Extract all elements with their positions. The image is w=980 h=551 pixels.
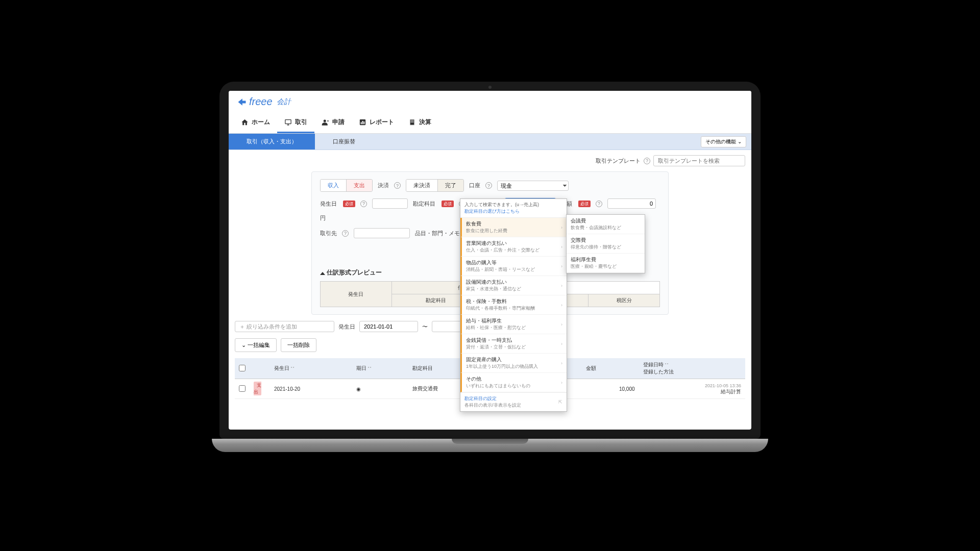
help-icon[interactable]: ? <box>644 158 650 164</box>
help-icon[interactable]: ? <box>394 182 401 189</box>
help-icon[interactable]: ? <box>485 182 492 189</box>
sub-nav: 取引（収入・支出） 口座振替 その他の機能 ⌄ <box>229 134 751 150</box>
chevron-right-icon: › <box>561 303 562 308</box>
completed-toggle[interactable]: 完了 <box>438 180 463 191</box>
chevron-right-icon: › <box>561 380 562 385</box>
chevron-right-icon: › <box>561 361 562 366</box>
submenu-item[interactable]: 交際費得意先の接待・贈答など <box>567 234 645 254</box>
income-expense-toggle: 収入 支出 <box>320 179 373 192</box>
partner-input[interactable] <box>354 228 410 238</box>
nav-requests[interactable]: 申請 <box>314 113 352 133</box>
amount-input[interactable] <box>607 198 656 209</box>
filter-add-input[interactable] <box>235 321 334 332</box>
svg-rect-0 <box>285 120 291 124</box>
monitor-icon <box>284 118 292 126</box>
filter-date-from[interactable] <box>359 321 418 332</box>
select-all-checkbox[interactable] <box>239 365 246 371</box>
logo-brand: freee <box>249 96 273 108</box>
dropdown-item[interactable]: その他いずれにもあてはまらないもの› <box>460 373 567 392</box>
chevron-right-icon: › <box>561 225 562 230</box>
chevron-right-icon: › <box>561 341 562 346</box>
logo-icon <box>237 97 247 107</box>
chevron-right-icon: › <box>561 283 562 288</box>
date-input[interactable] <box>372 198 408 209</box>
dropdown-item[interactable]: 設備関連の支払い家賃・水道光熱・通信など› <box>460 276 567 295</box>
svg-point-1 <box>324 120 326 122</box>
bulk-edit-button[interactable]: ⌄一括編集 <box>235 338 277 352</box>
income-toggle[interactable]: 収入 <box>321 180 347 191</box>
template-search-row: 取引テンプレート ? <box>235 155 745 166</box>
svg-rect-4 <box>362 121 363 124</box>
transaction-form: 収入 支出 決済 ? 未決済 完了 口座 ? 現金 <box>311 171 669 315</box>
expense-badge: 支出 <box>254 382 261 395</box>
dropdown-item[interactable]: 金銭貸借・一時支払貸付・返済・立替・仮払など› <box>460 334 567 354</box>
circle-icon: ◉ <box>356 386 361 392</box>
home-icon <box>241 118 249 126</box>
main-nav: ホーム 取引 申請 レポート 決算 <box>229 113 751 134</box>
subnav-transfer[interactable]: 口座振替 <box>315 134 373 149</box>
category-dropdown: 入力して検索できます。(u→売上高) 勘定科目の選び方はこちら 飲食費飲食に使用… <box>460 198 567 412</box>
sort-icon[interactable]: ˄˅ <box>665 363 669 367</box>
svg-rect-3 <box>361 122 362 124</box>
subnav-transactions[interactable]: 取引（収入・支出） <box>229 134 315 149</box>
dropdown-item[interactable]: 営業関連の支払い仕入・会議・広告・外注・交際など› <box>460 237 567 257</box>
dropdown-hint: 入力して検索できます。(u→売上高) 勘定科目の選び方はこちら <box>460 199 567 218</box>
dropdown-item[interactable]: 給与・福利厚生給料・社保・医療・慰労など› <box>460 315 567 334</box>
book-icon <box>408 118 416 126</box>
bulk-delete-button[interactable]: 一括削除 <box>281 338 316 352</box>
logo[interactable]: freee 会計 <box>237 96 291 108</box>
help-icon[interactable]: ? <box>342 230 349 237</box>
chart-icon <box>359 118 366 126</box>
sort-icon[interactable]: ˄˅ <box>290 366 295 371</box>
dropdown-item[interactable]: 固定資産の購入1年以上使う10万円以上の物品購入› <box>460 354 567 373</box>
settlement-toggle: 未決済 完了 <box>406 179 464 192</box>
template-search-input[interactable] <box>653 155 745 166</box>
dropdown-item[interactable]: 税・保険・手数料印紙代・各種手数料・専門家報酬› <box>460 295 567 315</box>
help-icon[interactable]: ? <box>360 201 367 207</box>
app-screen: freee 会計 ホーム 取引 申請 <box>229 91 751 430</box>
chevron-down-icon: ⌄ <box>241 342 246 348</box>
logo-product: 会計 <box>277 97 291 107</box>
submenu-item[interactable]: 福利厚生費医療・親睦・慶弔など <box>567 254 645 273</box>
chevron-right-icon: › <box>561 322 562 327</box>
dropdown-settings-link[interactable]: 勘定科目の設定各科目の表示/非表示を設定⇱ <box>460 392 567 411</box>
person-icon <box>322 118 329 126</box>
nav-transactions[interactable]: 取引 <box>277 113 314 133</box>
sort-icon[interactable]: ˄˅ <box>368 366 372 371</box>
nav-home[interactable]: ホーム <box>234 113 277 133</box>
external-icon: ⇱ <box>558 399 562 405</box>
chevron-up-icon <box>320 269 325 277</box>
chevron-right-icon: › <box>561 264 562 269</box>
help-icon[interactable]: ? <box>596 201 602 207</box>
dropdown-item[interactable]: 物品の購入等消耗品・新聞・書籍・リースなど› <box>460 257 567 276</box>
chevron-right-icon: › <box>561 244 562 249</box>
nav-reports[interactable]: レポート <box>352 113 401 133</box>
expense-toggle[interactable]: 支出 <box>347 180 372 191</box>
row-checkbox[interactable] <box>239 385 246 392</box>
dropdown-help-link[interactable]: 勘定科目の選び方はこちら <box>464 208 562 215</box>
submenu-item[interactable]: 会議費飲食費・会議施設料など <box>567 215 645 234</box>
app-header: freee 会計 <box>229 91 751 113</box>
category-submenu: 会議費飲食費・会議施設料など 交際費得意先の接待・贈答など 福利厚生費医療・親睦… <box>566 214 645 273</box>
svg-rect-5 <box>363 121 364 124</box>
account-select[interactable]: 現金 <box>497 181 569 191</box>
nav-settlement[interactable]: 決算 <box>401 113 438 133</box>
unsettled-toggle[interactable]: 未決済 <box>406 180 438 191</box>
template-label: 取引テンプレート <box>596 157 641 165</box>
other-functions-button[interactable]: その他の機能 ⌄ <box>701 136 746 147</box>
chevron-down-icon: ⌄ <box>738 139 742 144</box>
dropdown-item[interactable]: 飲食費飲食に使用した経費› <box>460 218 567 237</box>
